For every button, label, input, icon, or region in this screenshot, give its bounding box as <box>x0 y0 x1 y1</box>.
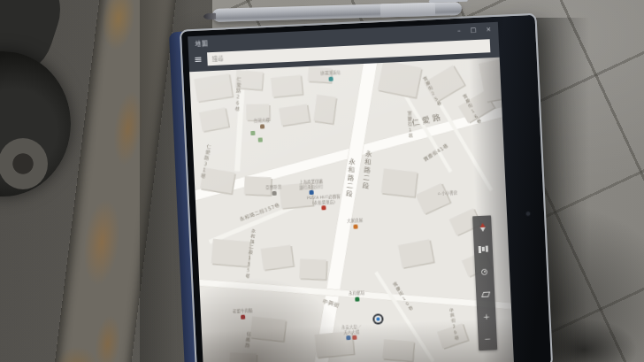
zoom-out-button[interactable]: − <box>478 327 497 350</box>
building <box>250 316 286 341</box>
maximize-button[interactable]: □ <box>471 27 477 34</box>
bank-icon <box>310 190 314 195</box>
poi-text: 大家房屋 <box>347 218 363 223</box>
poi-label-station[interactable]: 捷運頂溪站 <box>320 70 341 81</box>
poi-label-pizza-hut[interactable]: PIZZA HUT必勝客 (永和樂華店) <box>307 194 341 211</box>
buildings-icon <box>482 247 485 251</box>
tablet-bezel: 地圖 – □ × ≡ <box>180 13 553 362</box>
poi-label-video-store[interactable]: 亞藝影音 <box>265 184 282 195</box>
restaurant-icon <box>241 314 245 319</box>
poi-text: 天人大樓 <box>341 329 362 335</box>
street-label: 寶慶街1巷 <box>406 111 413 138</box>
store-icon <box>272 190 276 195</box>
street-photo-scene: 地圖 – □ × ≡ <box>0 0 644 362</box>
3d-cities-button[interactable] <box>473 238 493 261</box>
metro-station-icon <box>328 76 333 81</box>
minimize-button[interactable]: – <box>457 27 461 35</box>
pen-tip <box>203 13 216 19</box>
building <box>381 168 418 196</box>
restaurant-icon <box>322 205 326 210</box>
app-title: 地圖 <box>195 38 208 48</box>
current-location-dot <box>372 313 384 325</box>
building-poi-icon <box>353 335 357 340</box>
post-office-icon <box>355 297 359 301</box>
street-label: 信義路 <box>243 331 252 349</box>
poi-label-towers[interactable]: 永安大廈／ 天人大樓 <box>341 324 362 342</box>
poi-text: 捷運頂溪站 <box>320 70 341 76</box>
map-canvas[interactable]: 仁愛路26巷 仁愛路31巷 仁愛路 永和路二段 永和路二段 永和路二段157巷 … <box>189 58 514 362</box>
poi-label-realty[interactable]: 大家房屋 <box>347 218 364 228</box>
tablet-device: 地圖 – □ × ≡ <box>180 13 553 362</box>
building <box>194 73 232 102</box>
map-toolbar: + − <box>472 215 497 350</box>
zoom-in-button[interactable]: + <box>477 305 496 328</box>
poi-text: 台灣大樓 <box>254 118 270 123</box>
wheel-hub <box>0 138 48 189</box>
location-ring-icon <box>481 268 487 274</box>
building <box>261 245 294 270</box>
my-location-button[interactable] <box>474 260 494 283</box>
park-icon[interactable] <box>258 137 263 142</box>
poi-text: ⌂ 小小書房 <box>438 190 458 196</box>
home-icon: ⌂ <box>438 191 441 196</box>
poi-text: 永和郵局 <box>349 290 364 296</box>
close-button[interactable]: × <box>486 26 491 33</box>
building <box>211 239 250 266</box>
buildings-icon <box>479 246 481 253</box>
building-poi-icon <box>259 124 264 128</box>
poi-label-bank[interactable]: 上海商業儲蓄 銀行永和分行 <box>299 179 324 196</box>
building-poi-icon <box>347 335 351 340</box>
building <box>313 95 336 124</box>
building <box>382 339 414 360</box>
building <box>398 239 433 267</box>
poi-text: (永和樂華店) <box>307 199 341 205</box>
realty-icon <box>353 224 357 228</box>
building <box>199 107 229 131</box>
compass-button[interactable] <box>472 215 492 238</box>
poi-text: 亞藝影音 <box>265 184 281 189</box>
poi-text: 銀行永和分行 <box>299 184 323 190</box>
compass-needle-south-icon <box>479 227 485 231</box>
park-icon[interactable] <box>250 131 255 135</box>
building <box>378 60 422 97</box>
pen-clip-segment <box>380 3 435 18</box>
building <box>299 258 326 279</box>
building <box>229 352 257 362</box>
tilt-button[interactable] <box>476 282 495 305</box>
camera-icon <box>526 212 530 215</box>
poi-text: 老董牛肉麵 <box>233 308 253 314</box>
building <box>271 74 303 96</box>
poi-label-building[interactable]: 台灣大樓 <box>254 118 271 128</box>
poi-label-beef-noodle[interactable]: 老董牛肉麵 <box>233 308 253 320</box>
poi-label-bookshop[interactable]: ⌂ 小小書房 <box>438 190 458 196</box>
building <box>416 183 450 214</box>
tilt-icon <box>481 291 490 297</box>
hamburger-menu-icon[interactable]: ≡ <box>194 54 203 64</box>
maps-app-window: 地圖 – □ × ≡ <box>188 22 514 362</box>
buildings-icon <box>486 246 488 252</box>
poi-label-post-office[interactable]: 永和郵局 <box>349 290 365 301</box>
building <box>279 104 310 126</box>
